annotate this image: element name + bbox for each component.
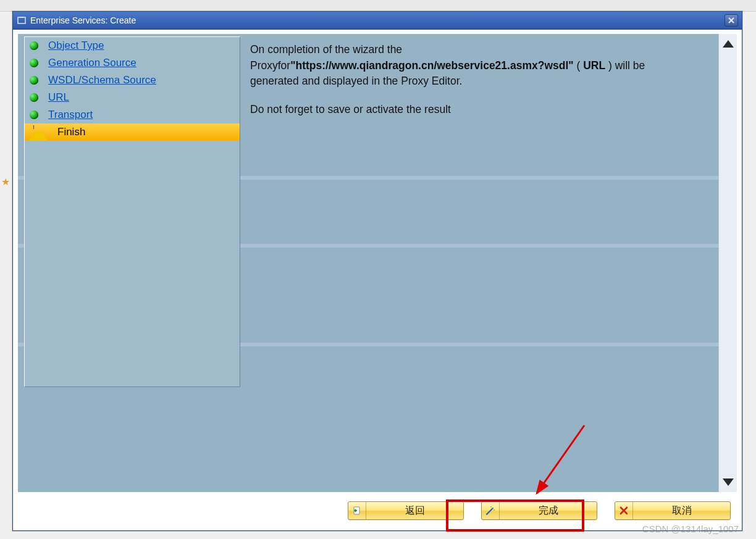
proxy-url: "https://www.qiandragon.cn/webservice21.… bbox=[290, 59, 573, 72]
step-label: Transport bbox=[48, 109, 93, 121]
svg-point-4 bbox=[490, 506, 492, 508]
cancel-button[interactable]: 取消 bbox=[615, 501, 731, 520]
step-label: URL bbox=[48, 91, 69, 104]
step-finish[interactable]: Finish bbox=[25, 123, 240, 141]
button-label: 返回 bbox=[366, 504, 463, 517]
text: ) will be bbox=[605, 59, 645, 72]
wizard-content: On completion of the wizard the Proxyfor… bbox=[250, 43, 716, 486]
dialog-footer: 返回 完成 取消 bbox=[18, 496, 737, 525]
window-icon bbox=[17, 15, 27, 25]
svg-rect-0 bbox=[18, 17, 25, 23]
step-label: Finish bbox=[57, 126, 85, 138]
scroll-down-icon[interactable] bbox=[723, 478, 734, 486]
close-button[interactable] bbox=[724, 14, 738, 27]
wand-icon bbox=[482, 502, 500, 519]
warning-icon bbox=[29, 123, 48, 141]
vertical-scrollbar[interactable] bbox=[718, 34, 737, 492]
back-icon bbox=[348, 502, 366, 519]
text: ( bbox=[574, 59, 584, 72]
dialog-body: Object Type Generation Source WSDL/Schem… bbox=[18, 34, 737, 492]
favorite-star-icon: ★ bbox=[1, 176, 11, 186]
step-object-type[interactable]: Object Type bbox=[25, 37, 240, 54]
button-label: 完成 bbox=[500, 504, 597, 517]
step-wsdl-schema-source[interactable]: WSDL/Schema Source bbox=[25, 72, 240, 89]
text: URL bbox=[583, 59, 605, 72]
back-button[interactable]: 返回 bbox=[348, 501, 464, 520]
wizard-steps-panel: Object Type Generation Source WSDL/Schem… bbox=[24, 36, 240, 387]
finish-button[interactable]: 完成 bbox=[481, 501, 597, 520]
svg-point-3 bbox=[494, 509, 495, 511]
scroll-up-icon[interactable] bbox=[723, 40, 734, 48]
done-icon bbox=[30, 59, 38, 67]
done-icon bbox=[30, 93, 38, 102]
done-icon bbox=[30, 111, 38, 119]
window-title: Enterprise Services: Create bbox=[30, 15, 724, 25]
done-icon bbox=[30, 41, 38, 50]
text: Proxyfor bbox=[250, 59, 290, 72]
svg-point-2 bbox=[492, 508, 494, 509]
titlebar: Enterprise Services: Create bbox=[13, 12, 742, 30]
cancel-icon bbox=[615, 502, 633, 519]
text: Do not forget to save or activate the re… bbox=[250, 103, 451, 115]
step-label: Object Type bbox=[48, 40, 104, 52]
step-label: WSDL/Schema Source bbox=[48, 74, 156, 86]
step-generation-source[interactable]: Generation Source bbox=[25, 54, 240, 72]
background-toolbar bbox=[0, 0, 756, 12]
done-icon bbox=[30, 76, 38, 85]
step-url[interactable]: URL bbox=[25, 89, 240, 106]
step-transport[interactable]: Transport bbox=[25, 106, 240, 123]
wizard-dialog: Enterprise Services: Create Object Type … bbox=[12, 11, 742, 531]
step-label: Generation Source bbox=[48, 57, 136, 69]
button-label: 取消 bbox=[633, 504, 730, 517]
text: generated and displayed in the Proxy Edi… bbox=[250, 75, 462, 87]
text: On completion of the wizard the bbox=[250, 43, 402, 56]
